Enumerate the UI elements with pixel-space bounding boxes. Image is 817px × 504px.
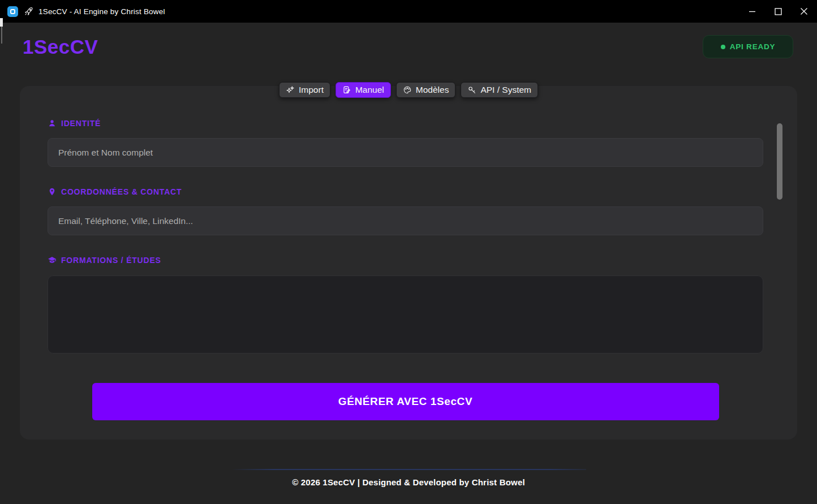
tab-manuel[interactable]: Manuel — [336, 82, 391, 98]
footer-divider — [231, 469, 586, 470]
tab-api-system[interactable]: API / System — [461, 82, 538, 98]
form-panel: IDENTITÉ COORDONNÉES & CONTACT FORMATION… — [20, 86, 797, 440]
section-contact: COORDONNÉES & CONTACT — [48, 187, 763, 196]
tab-label: Import — [299, 85, 324, 95]
close-button[interactable] — [791, 0, 817, 23]
footer: © 2026 1SecCV | Designed & Developed by … — [0, 469, 817, 487]
section-label: FORMATIONS / ÉTUDES — [61, 256, 161, 265]
footer-text: © 2026 1SecCV | Designed & Developed by … — [0, 477, 817, 487]
section-education: FORMATIONS / ÉTUDES — [48, 256, 763, 265]
section-label: IDENTITÉ — [61, 119, 101, 128]
main-area: Import Manuel Modèles — [20, 86, 797, 440]
key-icon — [467, 85, 476, 94]
app-logo: 1SecCV — [23, 36, 98, 58]
person-icon — [48, 119, 57, 128]
tab-label: Manuel — [355, 85, 384, 95]
tab-bar: Import Manuel Modèles — [20, 82, 797, 98]
contact-input[interactable] — [48, 206, 763, 235]
education-textarea[interactable] — [48, 275, 763, 354]
api-status-badge: API READY — [703, 35, 793, 58]
header: 1SecCV API READY — [0, 23, 817, 58]
fullname-input[interactable] — [48, 138, 763, 167]
titlebar: 1SecCV - AI Engine by Christ Bowel — [0, 0, 817, 23]
minimize-button[interactable] — [739, 0, 765, 23]
memo-icon — [342, 85, 351, 94]
tab-label: API / System — [480, 85, 531, 95]
graduation-cap-icon — [48, 256, 57, 265]
palette-icon — [403, 85, 412, 94]
sparkles-icon — [286, 85, 295, 94]
section-label: COORDONNÉES & CONTACT — [61, 187, 182, 196]
screen-edge-artifact — [0, 18, 3, 27]
window-controls — [739, 0, 817, 23]
status-dot-icon — [721, 45, 725, 49]
screen-edge-artifact — [1, 27, 2, 44]
map-pin-icon — [48, 187, 57, 196]
tab-label: Modèles — [416, 85, 449, 95]
tab-import[interactable]: Import — [279, 82, 330, 98]
app-window: 1SecCV - AI Engine by Christ Bowel 1SecC… — [0, 0, 817, 504]
section-identity: IDENTITÉ — [48, 119, 763, 128]
api-status-label: API READY — [730, 42, 776, 51]
window-title: 1SecCV - AI Engine by Christ Bowel — [38, 7, 165, 16]
scrollbar-thumb[interactable] — [777, 123, 782, 200]
app-icon — [7, 6, 18, 17]
maximize-button[interactable] — [765, 0, 791, 23]
rocket-icon — [24, 7, 33, 16]
generate-button[interactable]: GÉNÉRER AVEC 1SecCV — [92, 383, 719, 420]
tab-modeles[interactable]: Modèles — [396, 82, 456, 98]
